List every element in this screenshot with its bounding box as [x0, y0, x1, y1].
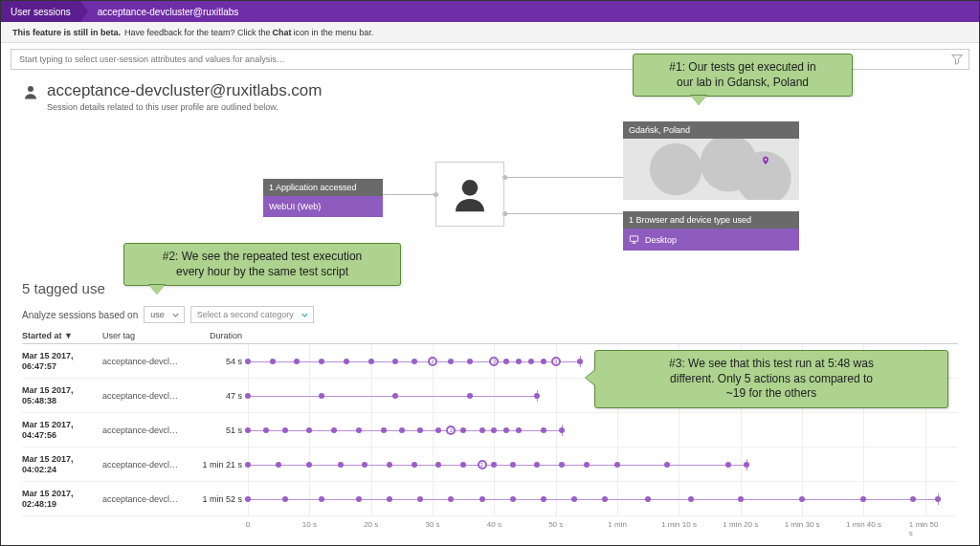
session-timeline [248, 482, 958, 516]
device-card-body[interactable]: Desktop [623, 229, 799, 251]
desktop-icon [629, 234, 639, 245]
axis-tick: 1 min 30 s [785, 520, 820, 529]
breadcrumb-root[interactable]: User sessions [1, 1, 80, 22]
category-select-2[interactable]: Select a second category [190, 306, 314, 323]
category-select-1[interactable]: use [144, 306, 185, 323]
location-card-header: Gdańsk, Poland [623, 121, 799, 139]
cell-started: Mar 15 2017,04:47:56 [22, 420, 102, 441]
session-row[interactable]: Mar 15 2017,04:02:24acceptance-devcl…1 m… [22, 448, 958, 482]
cell-duration: 47 s [194, 391, 248, 401]
col-usertag[interactable]: User tag [102, 331, 194, 340]
axis-tick: 10 s [302, 520, 317, 529]
axis-tick: 1 min 10 s [661, 520, 697, 529]
page-title: acceptance-devcluster@ruxitlabs.com [47, 81, 323, 100]
axis-tick: 1 min 50 s [909, 520, 942, 537]
map-pin-icon [761, 152, 770, 162]
svg-rect-2 [630, 236, 637, 242]
chevron-down-icon [172, 312, 179, 318]
application-card[interactable]: 1 Application accessed WebUI (Web) [263, 179, 383, 217]
cell-started: Mar 15 2017,02:48:19 [22, 489, 102, 510]
axis-tick: 1 min [608, 520, 627, 529]
beta-tail: icon in the menu bar. [294, 28, 374, 37]
user-icon [22, 83, 39, 100]
cell-started: Mar 15 2017,04:02:24 [22, 454, 102, 475]
col-started[interactable]: Started at ▼ [22, 331, 102, 340]
beta-text: Have feedback for the team? Click the [124, 28, 271, 37]
session-row[interactable]: Mar 15 2017,02:48:19acceptance-devcl…1 m… [22, 482, 958, 516]
cell-duration: 54 s [194, 357, 248, 366]
table-header: Started at ▼ User tag Duration [22, 331, 958, 344]
application-card-header: 1 Application accessed [263, 179, 383, 196]
beta-banner: This feature is still in beta. Have feed… [1, 22, 979, 43]
breadcrumb-bar: User sessions acceptance-devcluster@ruxi… [1, 1, 979, 22]
annotation-3: #3: We see that this test run at 5:48 wa… [594, 350, 948, 408]
axis-tick: 20 s [364, 520, 378, 529]
beta-bold: This feature is still in beta. [12, 28, 121, 37]
session-timeline: 2 [248, 413, 958, 448]
annotation-1: #1: Our tests get executed inour lab in … [633, 54, 853, 97]
page-subtitle: Session details related to this user pro… [47, 102, 323, 112]
svg-point-0 [28, 86, 33, 92]
user-avatar-icon [451, 175, 489, 213]
beta-chat: Chat [273, 28, 292, 37]
analyze-label: Analyze sessions based on [22, 310, 138, 320]
axis-tick: 0 [246, 520, 250, 529]
axis-tick: 40 s [487, 520, 501, 529]
cell-started: Mar 15 2017,06:47:57 [22, 351, 102, 372]
cell-usertag: acceptance-devcl… [102, 494, 194, 504]
session-timeline: 2 [248, 448, 958, 482]
location-map [623, 139, 799, 200]
col-duration[interactable]: Duration [194, 331, 248, 340]
cell-usertag: acceptance-devcl… [102, 460, 194, 470]
device-card[interactable]: 1 Browser and device type used Desktop [623, 211, 799, 251]
cell-usertag: acceptance-devcl… [102, 357, 194, 366]
breadcrumb-leaf[interactable]: acceptance-devcluster@ruxitlabs [80, 1, 248, 22]
cell-duration: 1 min 52 s [194, 494, 248, 504]
application-card-body[interactable]: WebUI (Web) [263, 196, 383, 217]
cell-started: Mar 15 2017,05:48:38 [22, 385, 102, 406]
session-row[interactable]: Mar 15 2017,04:47:56acceptance-devcl…51 … [22, 413, 958, 448]
axis-tick: 30 s [425, 520, 439, 529]
analyze-controls: Analyze sessions based on use Select a s… [22, 306, 958, 323]
cell-duration: 1 min 21 s [194, 460, 248, 470]
axis-tick: 50 s [548, 520, 563, 529]
device-card-header: 1 Browser and device type used [623, 211, 799, 229]
time-axis: 010 s20 s30 s40 s50 s1 min1 min 10 s1 mi… [248, 516, 958, 530]
svg-point-1 [462, 180, 479, 196]
cell-usertag: acceptance-devcl… [102, 426, 194, 435]
axis-tick: 1 min 40 s [846, 520, 881, 529]
chevron-down-icon [301, 312, 308, 318]
cell-duration: 51 s [194, 426, 248, 435]
location-card[interactable]: Gdańsk, Poland [623, 121, 799, 200]
annotation-2: #2: We see the repeated test executionev… [123, 243, 401, 286]
device-label: Desktop [645, 235, 677, 245]
filter-icon[interactable] [951, 54, 963, 65]
cell-usertag: acceptance-devcl… [102, 391, 194, 401]
axis-tick: 1 min 20 s [723, 520, 758, 529]
